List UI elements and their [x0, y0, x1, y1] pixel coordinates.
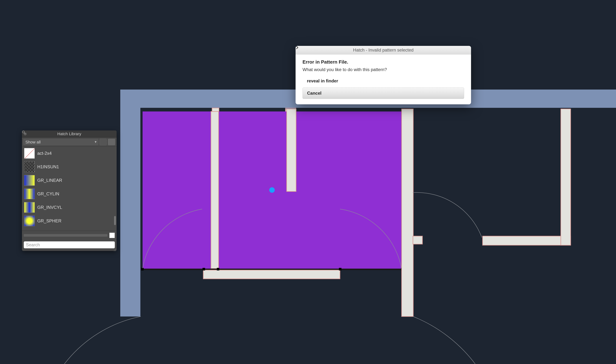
- resize-grip-icon[interactable]: [113, 247, 116, 250]
- search-icon: [22, 130, 26, 134]
- cancel-button[interactable]: Cancel: [302, 88, 464, 99]
- svg-rect-25: [561, 109, 571, 245]
- svg-rect-22: [402, 109, 413, 316]
- svg-rect-18: [203, 268, 205, 271]
- list-item[interactable]: GR_CYLIN: [22, 187, 117, 201]
- svg-rect-17: [141, 268, 144, 271]
- pattern-name: GR_SPHER: [37, 218, 61, 223]
- dialog-title: Hatch - Invalid pattern selected: [296, 46, 471, 54]
- panel-toolbar: Show all: [22, 138, 117, 146]
- pattern-name: H1INSUN1: [37, 164, 59, 169]
- pattern-list[interactable]: act-2x4 H1INSUN1 GR_LINEAR GR_CYLIN GR_I…: [22, 146, 117, 231]
- list-item[interactable]: GR_INVCYL: [22, 201, 117, 214]
- pattern-swatch-icon: [24, 162, 35, 172]
- svg-rect-11: [211, 111, 219, 269]
- svg-rect-23: [413, 236, 422, 244]
- pattern-swatch-icon: [24, 189, 35, 199]
- svg-rect-1: [120, 90, 140, 316]
- list-item[interactable]: GR_SPHER: [22, 214, 117, 228]
- dialog-heading: Error in Pattern File.: [302, 59, 464, 65]
- svg-rect-13: [287, 109, 296, 192]
- dialog-message: What would you like to do with this patt…: [302, 67, 464, 72]
- svg-rect-24: [483, 236, 571, 245]
- svg-line-32: [24, 133, 26, 134]
- pattern-name: act-2x4: [37, 151, 52, 156]
- svg-rect-20: [339, 268, 341, 271]
- pattern-name: GR_LINEAR: [37, 178, 62, 183]
- list-item[interactable]: H1INSUN1: [22, 160, 117, 174]
- list-item[interactable]: act-2x4: [22, 146, 117, 160]
- option-label: Cancel: [307, 91, 322, 96]
- svg-point-26: [269, 187, 275, 193]
- svg-point-31: [22, 131, 25, 133]
- error-dialog: Hatch - Invalid pattern selected Error i…: [296, 46, 471, 104]
- pattern-name: GR_INVCYL: [37, 205, 62, 210]
- svg-rect-16: [203, 270, 340, 279]
- hatch-library-panel[interactable]: Hatch Library Show all act-2x4 H1INSUN1 …: [22, 130, 117, 251]
- list-item[interactable]: GR_LINEAR: [22, 174, 117, 187]
- grid-view-button[interactable]: [108, 139, 115, 145]
- scrollbar-thumb[interactable]: [114, 216, 116, 225]
- pattern-name: GR_CYLIN: [37, 191, 59, 196]
- reveal-in-finder-button[interactable]: reveal in finder: [302, 76, 464, 86]
- pattern-swatch-icon: [24, 216, 35, 226]
- svg-rect-19: [217, 268, 219, 271]
- pattern-swatch-icon: [24, 175, 35, 186]
- chevron-right-icon: [296, 46, 299, 49]
- pattern-swatch-icon: [24, 148, 35, 159]
- option-label: reveal in finder: [307, 78, 338, 83]
- pattern-swatch-icon: [24, 202, 35, 213]
